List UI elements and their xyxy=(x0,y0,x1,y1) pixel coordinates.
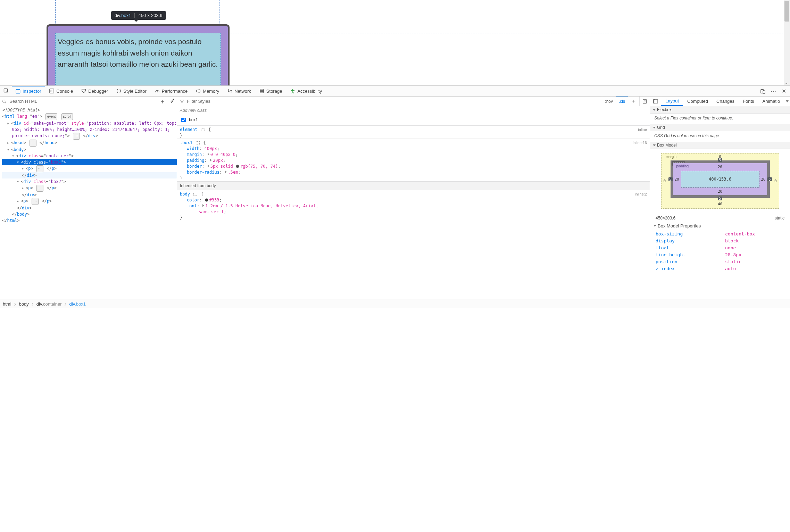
decl-color[interactable]: color: #333; xyxy=(180,197,647,203)
filter-styles-input[interactable] xyxy=(186,98,599,104)
tab-network[interactable]: Network xyxy=(224,86,255,96)
eyedropper-icon[interactable] xyxy=(170,97,175,106)
html-close-line[interactable]: </html> xyxy=(2,217,177,224)
bm-margin-right[interactable]: 0 xyxy=(774,179,777,183)
flex-highlight-icon[interactable] xyxy=(201,128,205,131)
flex-highlight-icon-3[interactable] xyxy=(193,193,197,196)
crumb-container[interactable]: div.container xyxy=(36,301,62,307)
flex-highlight-icon-2[interactable] xyxy=(196,141,200,144)
crumb-box1[interactable]: div.box1 xyxy=(69,301,86,307)
box2-open-line[interactable]: ▾<div class="box2"> xyxy=(2,178,177,185)
boxmodel-header[interactable]: Box Model xyxy=(650,142,790,149)
boxmodel-diagram[interactable]: margin 0 40 0 0 border 5 5 5 5 xyxy=(650,149,790,213)
bm-margin-left[interactable]: 0 xyxy=(664,179,666,183)
body-close-line[interactable]: </body> xyxy=(2,211,177,217)
saka-root-line-3[interactable]: pointer-events: none;"> ⋯ </div> xyxy=(2,133,177,140)
bm-border-top[interactable]: 5 xyxy=(718,158,722,162)
event-badge[interactable]: event xyxy=(45,113,57,120)
hov-toggle[interactable]: :hov xyxy=(602,97,616,106)
decl-width[interactable]: width: 400px; xyxy=(180,146,647,152)
kebab-menu-icon[interactable]: ⋯ xyxy=(768,88,778,94)
bm-border-bottom[interactable]: 5 xyxy=(718,197,722,200)
class-toggle-box1[interactable]: box1 xyxy=(177,115,650,126)
saka-root-line-1[interactable]: ▸<div id="saka-gui-root" style="position… xyxy=(2,120,177,126)
side-tabs-overflow-icon[interactable] xyxy=(786,100,789,102)
page-scrollbar-down[interactable]: ⌄ xyxy=(785,81,789,85)
bm-border-left[interactable]: 5 xyxy=(668,177,673,181)
bm-padding-top[interactable]: 20 xyxy=(718,165,722,169)
decl-border-radius[interactable]: border-radius: .5em; xyxy=(180,169,647,175)
responsive-mode-icon[interactable] xyxy=(758,88,768,94)
html-open-line[interactable]: <html lang="en"> event scroll xyxy=(2,113,177,120)
bm-props-header[interactable]: Box Model Properties xyxy=(654,223,784,228)
box1-close-line[interactable]: </div> xyxy=(2,172,177,178)
pick-element-icon[interactable] xyxy=(1,88,11,94)
markup-tree[interactable]: <!DOCTYPE html> <html lang="en"> event s… xyxy=(0,106,177,299)
page-scrollbar-thumb[interactable] xyxy=(784,1,789,22)
add-node-icon[interactable]: ＋ xyxy=(159,97,166,106)
bm-content[interactable]: 400×153.6 xyxy=(681,171,759,188)
light-dark-icon[interactable] xyxy=(639,97,650,106)
bm-prop-float[interactable]: floatnone xyxy=(656,244,784,251)
rule-box1[interactable]: inline:16 .box1 { width: 400px; margin: … xyxy=(177,139,650,182)
ellipsis-badge[interactable]: ⋯ xyxy=(73,133,80,140)
body-open-line[interactable]: ▾<body> xyxy=(2,147,177,153)
expand-shorthand-icon[interactable] xyxy=(208,153,209,156)
decl-font[interactable]: font: 1.2em / 1.5 Helvetica Neue, Helvet… xyxy=(180,203,647,209)
bm-margin-bottom[interactable]: 40 xyxy=(718,202,722,206)
expand-shorthand-icon[interactable] xyxy=(225,171,227,173)
bm-padding-left[interactable]: 20 xyxy=(675,177,679,182)
container-close-line[interactable]: </div> xyxy=(2,205,177,211)
decl-margin[interactable]: margin: 0 0 40px 0; xyxy=(180,152,647,158)
tab-console[interactable]: Console xyxy=(45,86,77,96)
head-line[interactable]: ▸<head> ⋯ </head> xyxy=(2,140,177,147)
side-tab-layout[interactable]: Layout xyxy=(661,97,683,106)
close-devtools-icon[interactable]: ✕ xyxy=(779,88,789,94)
scroll-badge[interactable]: scroll xyxy=(61,113,73,120)
tab-inspector[interactable]: Inspector xyxy=(12,86,45,96)
extra-p-line[interactable]: ▸<p> ⋯ </p> xyxy=(2,198,177,205)
cls-toggle[interactable]: .cls xyxy=(616,97,628,106)
tab-accessibility[interactable]: Accessibility xyxy=(286,86,326,96)
tab-debugger[interactable]: Debugger xyxy=(77,86,112,96)
box1-p-line[interactable]: ▸<p> ⋯ </p> xyxy=(2,165,177,172)
bm-padding-right[interactable]: 20 xyxy=(761,177,765,182)
add-new-class[interactable]: Add new class xyxy=(177,106,650,115)
box1-class-checkbox[interactable] xyxy=(181,118,186,122)
new-rule-icon[interactable]: ＋ xyxy=(628,97,639,106)
decl-font-cont[interactable]: sans-serif; xyxy=(180,209,647,215)
bm-prop-position[interactable]: positionstatic xyxy=(656,258,784,265)
grid-header[interactable]: Grid xyxy=(650,124,790,131)
color-swatch[interactable] xyxy=(236,165,239,168)
side-tab-animations[interactable]: Animatio xyxy=(758,97,784,106)
crumb-body[interactable]: body xyxy=(19,301,29,307)
bm-prop-box-sizing[interactable]: box-sizingcontent-box xyxy=(656,231,784,238)
rule-element[interactable]: inline element { } xyxy=(177,126,650,139)
side-tab-changes[interactable]: Changes xyxy=(712,97,739,106)
bm-border-right[interactable]: 5 xyxy=(767,177,772,181)
bm-prop-z-index[interactable]: z-indexauto xyxy=(656,265,784,272)
expand-shorthand-icon[interactable] xyxy=(202,204,204,207)
page-scrollbar-track[interactable]: ⌄ xyxy=(784,0,790,85)
expand-shorthand-icon[interactable] xyxy=(208,165,209,167)
expand-shorthand-icon[interactable] xyxy=(210,159,212,161)
box1-open-line-selected[interactable]: ▾<div class="box1"> xyxy=(2,159,177,165)
tab-storage[interactable]: Storage xyxy=(256,86,286,96)
rule-body[interactable]: inline:2 body { color: #333; font: 1.2em… xyxy=(177,190,650,221)
side-tab-computed[interactable]: Computed xyxy=(683,97,712,106)
bm-prop-display[interactable]: displayblock xyxy=(656,238,784,244)
decl-padding[interactable]: padding: 20px; xyxy=(180,158,647,164)
crumb-html[interactable]: html xyxy=(3,301,11,307)
tab-performance[interactable]: Performance xyxy=(151,86,191,96)
bm-padding-bottom[interactable]: 20 xyxy=(718,189,722,194)
saka-root-line-2[interactable]: 0px; width: 100%; height…100%; z-index: … xyxy=(2,126,177,133)
container-open-line[interactable]: ▾<div class="container"> xyxy=(2,153,177,159)
flexbox-header[interactable]: Flexbox xyxy=(650,106,790,114)
side-pane-toggle-icon[interactable] xyxy=(650,97,661,106)
box2-p-line[interactable]: ▸<p> ⋯ </p> xyxy=(2,185,177,192)
tab-memory[interactable]: Memory xyxy=(192,86,223,96)
bm-prop-line-height[interactable]: line-height28.8px xyxy=(656,251,784,258)
tab-style-editor[interactable]: Style Editor xyxy=(113,86,150,96)
markup-search-input[interactable] xyxy=(9,98,157,104)
color-swatch[interactable] xyxy=(205,198,208,202)
